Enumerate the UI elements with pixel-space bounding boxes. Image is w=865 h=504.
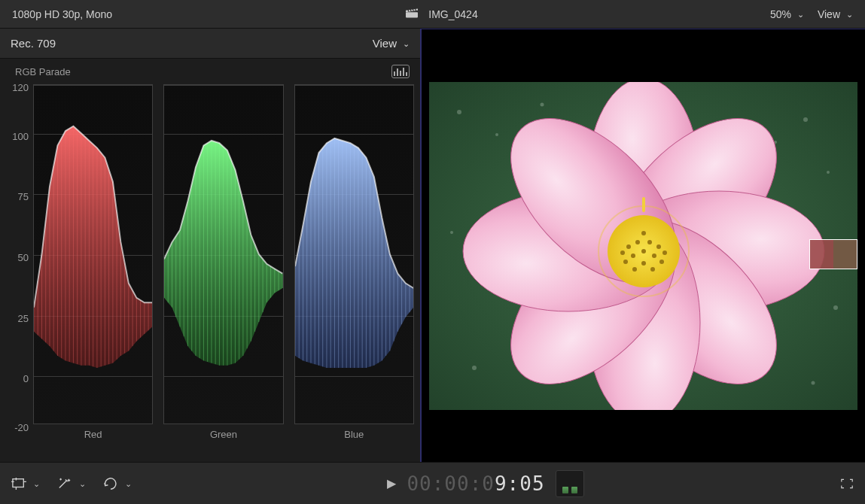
svg-point-103 <box>450 231 453 234</box>
svg-point-97 <box>541 102 544 106</box>
scope-channel-blue: Blue <box>294 84 414 456</box>
topbar: 1080p HD 30p, Mono IMG_0424 50% ⌄ View ⌄ <box>0 0 865 29</box>
scope-channels: RedGreenBlue <box>33 84 414 456</box>
fullscreen-button[interactable] <box>839 478 854 490</box>
svg-point-104 <box>833 305 838 310</box>
svg-point-128 <box>641 231 646 235</box>
svg-rect-131 <box>13 478 23 487</box>
svg-rect-114 <box>642 197 645 212</box>
waveform-green <box>163 84 283 424</box>
waveform-blue <box>294 84 414 424</box>
scope-header: Rec. 709 View ⌄ <box>0 29 420 59</box>
svg-point-98 <box>803 117 808 122</box>
scope-y-axis: 1201007550250-20 <box>3 87 33 427</box>
scope-panel: Rec. 709 View ⌄ RGB Parade 1201007550250… <box>0 29 422 462</box>
svg-point-118 <box>631 254 635 258</box>
scope-mode-label: RGB Parade <box>15 66 71 77</box>
channel-label: Green <box>163 429 283 440</box>
svg-point-130 <box>620 250 625 255</box>
svg-point-120 <box>635 240 640 244</box>
chevron-down-icon: ⌄ <box>403 39 410 49</box>
transport-bar: ⌄ ⌄ ⌄ ▶ 00:00:09:05 <box>0 462 865 504</box>
svg-point-96 <box>495 133 498 136</box>
audio-meters[interactable] <box>556 470 584 497</box>
chevron-down-icon: ⌄ <box>797 10 804 20</box>
clip-format: 1080p HD 30p, Mono <box>12 8 112 20</box>
svg-point-117 <box>652 254 656 258</box>
svg-point-124 <box>659 260 664 264</box>
svg-point-100 <box>472 366 477 370</box>
scope-layout-icon[interactable] <box>391 65 410 78</box>
main-area: Rec. 709 View ⌄ RGB Parade 1201007550250… <box>0 29 865 462</box>
svg-point-101 <box>812 381 815 384</box>
waveform-red <box>33 84 153 424</box>
scope-view-dropdown[interactable]: View ⌄ <box>373 37 410 50</box>
scope-body: 1201007550250-20 RedGreenBlue <box>0 84 420 462</box>
color-sample-swatch[interactable] <box>809 239 857 269</box>
scope-channel-green: Green <box>163 84 283 456</box>
channel-label: Blue <box>294 429 414 440</box>
channel-label: Red <box>33 429 153 440</box>
svg-point-121 <box>656 244 661 249</box>
scope-colorspace: Rec. 709 <box>11 37 56 50</box>
svg-point-99 <box>827 171 830 174</box>
svg-point-122 <box>626 244 631 249</box>
zoom-dropdown[interactable]: 50% ⌄ <box>770 8 804 20</box>
svg-point-123 <box>641 261 646 266</box>
play-button[interactable]: ▶ <box>387 476 396 490</box>
scope-channel-red: Red <box>33 84 153 456</box>
clapperboard-icon <box>404 7 419 21</box>
clip-name: IMG_0424 <box>428 8 477 20</box>
timecode-display[interactable]: 00:00:09:05 <box>407 472 544 495</box>
view-dropdown[interactable]: View ⌄ <box>818 8 853 20</box>
chevron-down-icon: ⌄ <box>846 10 853 20</box>
svg-rect-0 <box>406 12 418 17</box>
enhance-tool-dropdown[interactable]: ⌄ <box>56 477 86 490</box>
svg-point-129 <box>662 250 667 255</box>
viewer-canvas <box>429 82 857 410</box>
chevron-down-icon: ⌄ <box>125 479 132 489</box>
crop-tool-dropdown[interactable]: ⌄ <box>11 477 40 490</box>
chevron-down-icon: ⌄ <box>33 479 40 489</box>
svg-point-125 <box>623 260 628 264</box>
retime-tool-dropdown[interactable]: ⌄ <box>102 477 132 490</box>
chevron-down-icon: ⌄ <box>79 479 86 489</box>
svg-point-119 <box>647 240 652 244</box>
svg-point-127 <box>632 267 637 272</box>
svg-point-116 <box>641 249 646 254</box>
svg-point-95 <box>457 110 461 114</box>
svg-point-126 <box>650 267 655 272</box>
viewer[interactable] <box>422 29 865 462</box>
scope-subheader: RGB Parade <box>0 59 420 84</box>
